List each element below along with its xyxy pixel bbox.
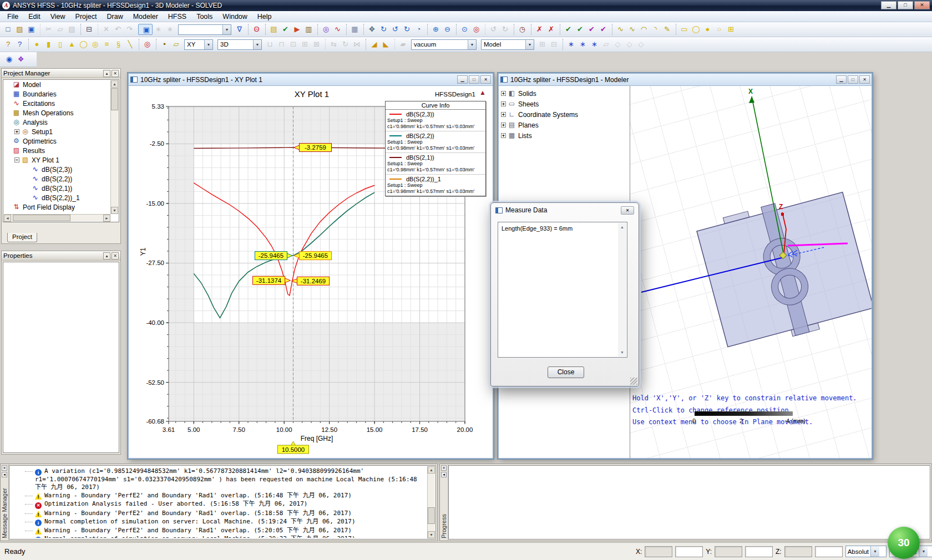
zoom-out-icon[interactable]: ⊖ <box>442 24 453 35</box>
tree-item[interactable]: Sheets <box>499 99 630 109</box>
arc-3point-icon[interactable]: ◝ <box>650 24 661 35</box>
panel-collapse-icon[interactable] <box>103 70 110 77</box>
draw-helix-icon[interactable]: § <box>113 39 124 50</box>
tree-expander-icon[interactable] <box>501 112 506 117</box>
scroll-right-icon[interactable] <box>103 215 110 222</box>
tree-item[interactable]: Model <box>3 80 119 89</box>
zoom-window-icon[interactable]: ⊙ <box>456 24 470 35</box>
panel-collapse-icon[interactable] <box>103 252 110 259</box>
child-close-button[interactable] <box>859 75 870 84</box>
pane-close-icon[interactable] <box>441 465 447 471</box>
circle-tool-icon[interactable]: ● <box>702 24 713 35</box>
print-icon[interactable]: ⊟ <box>80 24 95 35</box>
resize-grip[interactable] <box>630 378 637 385</box>
tree-item[interactable]: dB(S(2,3)) <box>3 165 119 174</box>
scroll-down-icon[interactable] <box>618 348 626 357</box>
create-report-icon[interactable]: ∿ <box>332 24 343 35</box>
equation-curve-icon[interactable]: ✎ <box>661 24 673 35</box>
horizontal-scrollbar[interactable] <box>4 214 110 221</box>
tree-expander-icon[interactable] <box>501 91 506 96</box>
grid-plane-icon[interactable]: ⊟ <box>548 39 560 50</box>
menu-item[interactable]: HFSS <box>163 12 191 22</box>
pane-collapse-icon[interactable] <box>441 472 447 477</box>
zoom-in-icon[interactable]: ⊕ <box>427 24 442 35</box>
tree-item[interactable]: Port Field Display <box>3 202 119 212</box>
validation-check-icon[interactable]: ✔ <box>280 24 291 35</box>
menu-item[interactable]: Tools <box>191 12 217 22</box>
log-message[interactable]: Warning - Boundary 'PerfE2' and Boundary… <box>9 491 427 500</box>
scroll-down-icon[interactable] <box>428 531 435 538</box>
menu-item[interactable]: Project <box>70 12 102 22</box>
x-coordinate-input[interactable] <box>675 546 703 557</box>
sweep-axis-icon[interactable]: ◣ <box>380 39 392 50</box>
draw-stack-icon[interactable]: ≡ <box>101 39 113 50</box>
redo-icon[interactable]: ↷ <box>124 24 135 35</box>
tree-item[interactable]: Setup1 <box>3 127 119 136</box>
vertical-scrollbar[interactable] <box>427 466 435 538</box>
create-object-cs-icon[interactable]: ∗ <box>589 39 600 50</box>
scroll-down-icon[interactable] <box>111 207 118 214</box>
solve-loop-icon[interactable]: ◷ <box>514 24 528 35</box>
child-restore-button[interactable] <box>469 75 479 84</box>
solve-setup-icon[interactable]: ▣ <box>138 24 153 35</box>
rotate-screen-icon[interactable]: ↻ <box>401 24 413 35</box>
fields-overlay-icon[interactable]: ❖ <box>15 54 27 65</box>
solution-type-icon[interactable]: Θ <box>248 24 262 35</box>
rectangle-tool-icon[interactable]: ▭ <box>676 24 690 35</box>
measure-result-list[interactable]: Length(Edge_933) = 6mm <box>498 222 627 358</box>
log-message[interactable]: A variation (c1='0.985124994848532mm' k1… <box>9 467 427 491</box>
selection-mode-combobox[interactable]: Model <box>481 39 534 50</box>
draw-point-icon[interactable]: • <box>156 39 170 50</box>
tree-expander-icon[interactable] <box>501 101 506 106</box>
save-icon[interactable]: ▣ <box>26 24 37 35</box>
dialog-close-icon[interactable] <box>621 206 634 215</box>
draw-sphere-icon[interactable]: ● <box>28 39 43 50</box>
legend-entry[interactable]: dB(S(2,2))_1 Setup1 : Sweep c1='0.98mm' … <box>386 175 485 196</box>
ellipse-tool-icon[interactable]: ◯ <box>690 24 702 35</box>
analyze-opt-icon[interactable]: ✔ <box>586 24 597 35</box>
select-workplane-icon[interactable]: ▱ <box>600 39 612 50</box>
log-message[interactable]: Warning - Boundary 'PerfE2' and Boundary… <box>9 526 427 534</box>
vertical-scrollbar[interactable] <box>110 80 118 214</box>
view-redo-icon[interactable]: ↻ <box>499 24 511 35</box>
tree-expander-icon[interactable] <box>501 123 506 128</box>
close-button[interactable] <box>914 1 930 9</box>
tree-item[interactable]: XY Plot 1 <box>3 155 119 165</box>
project-tab[interactable]: Project <box>7 233 37 242</box>
measure-position-icon[interactable]: ◇ <box>612 39 624 50</box>
duplicate-mirror-icon[interactable]: ⇆ <box>325 39 340 50</box>
optimetrics-results-icon[interactable]: ◎ <box>317 24 332 35</box>
report-type-combobox[interactable] <box>178 24 231 35</box>
child-minimize-button[interactable] <box>457 75 468 84</box>
fit-all-icon[interactable]: ◎ <box>470 24 482 35</box>
overlay-badge[interactable]: 30 <box>888 527 920 559</box>
mirror-icon[interactable]: ⋈ <box>351 39 363 50</box>
log-message[interactable]: Warning - Boundary 'PerfE2' and Boundary… <box>9 509 427 517</box>
pane-close-icon[interactable] <box>2 465 7 471</box>
dynamic-zoom-icon[interactable]: ◔ <box>413 24 424 35</box>
grid-settings-icon[interactable]: ⊞ <box>536 39 548 50</box>
modeler-window-caption[interactable]: 10GHz spliter - HFSSDesign1 - Modeler <box>499 74 872 86</box>
region-tool-icon[interactable]: ⊞ <box>725 24 737 35</box>
draw-cone-icon[interactable]: ▲ <box>66 39 78 50</box>
sketch-plane-combobox[interactable]: XY <box>184 39 213 50</box>
duplicate-rotate-icon[interactable]: ↻ <box>340 39 351 50</box>
undo-icon[interactable]: ↶ <box>112 24 124 35</box>
tree-item[interactable]: Results <box>3 146 119 155</box>
legend-entry[interactable]: dB(S(2,3)) Setup1 : Sweep c1='0.98mm' k1… <box>386 110 485 131</box>
child-restore-button[interactable] <box>848 75 858 84</box>
combo-dropdown-icon[interactable] <box>468 40 476 49</box>
xy-plot-window-caption[interactable]: 10GHz spliter - HFSSDesign1 - XY Plot 1 <box>129 74 493 86</box>
modeler-viewport[interactable]: X Z Hold 'X','Y', or 'Z' key to constrai… <box>630 86 872 458</box>
menu-item[interactable]: File <box>2 12 23 22</box>
tree-item[interactable]: Boundaries <box>3 89 119 99</box>
menu-item[interactable]: Edit <box>23 12 45 22</box>
view-undo-icon[interactable]: ↺ <box>485 24 499 35</box>
help-topics-icon[interactable]: ? <box>2 39 14 50</box>
scroll-up-icon[interactable] <box>428 466 435 474</box>
combo-dropdown-icon[interactable] <box>870 546 879 557</box>
validate-quick-icon[interactable]: ∗ <box>153 24 164 35</box>
cut-icon[interactable]: ✂ <box>40 24 54 35</box>
analyze-sweep-icon[interactable]: ✔ <box>574 24 586 35</box>
polyline-icon[interactable]: ∿ <box>612 24 626 35</box>
